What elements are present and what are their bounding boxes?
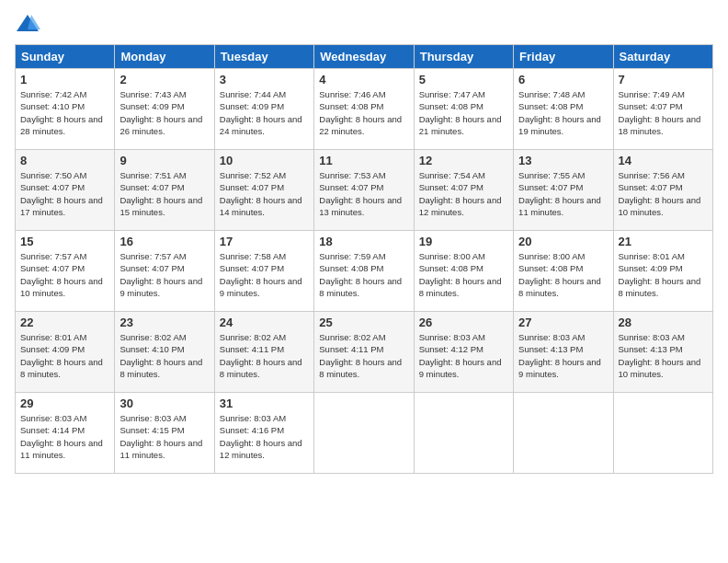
day-info: Sunrise: 7:47 AM Sunset: 4:08 PM Dayligh… <box>419 88 508 137</box>
sunset: Sunset: 4:07 PM <box>119 263 184 273</box>
day-info: Sunrise: 7:43 AM Sunset: 4:09 PM Dayligh… <box>119 88 209 137</box>
sunrise: Sunrise: 7:56 AM <box>619 170 685 180</box>
day-cell: 26 Sunrise: 8:03 AM Sunset: 4:12 PM Dayl… <box>414 312 513 393</box>
sunrise: Sunrise: 7:54 AM <box>419 170 485 180</box>
sunrise: Sunrise: 7:47 AM <box>419 89 485 99</box>
day-number: 12 <box>419 154 508 167</box>
sunrise: Sunrise: 8:01 AM <box>619 251 685 261</box>
sunrise: Sunrise: 7:53 AM <box>319 170 385 180</box>
sunset: Sunset: 4:07 PM <box>319 182 383 192</box>
sunrise: Sunrise: 7:43 AM <box>119 89 186 99</box>
sunrise: Sunrise: 8:03 AM <box>619 332 685 342</box>
week-row-4: 22 Sunrise: 8:01 AM Sunset: 4:09 PM Dayl… <box>16 312 713 393</box>
day-cell: 5 Sunrise: 7:47 AM Sunset: 4:08 PM Dayli… <box>414 69 513 150</box>
sunset: Sunset: 4:13 PM <box>619 344 683 354</box>
day-number: 4 <box>319 73 408 86</box>
day-cell: 9 Sunrise: 7:51 AM Sunset: 4:07 PM Dayli… <box>115 150 214 231</box>
day-cell: 10 Sunrise: 7:52 AM Sunset: 4:07 PM Dayl… <box>214 150 313 231</box>
day-cell: 24 Sunrise: 8:02 AM Sunset: 4:11 PM Dayl… <box>214 312 313 393</box>
day-cell: 15 Sunrise: 7:57 AM Sunset: 4:07 PM Dayl… <box>16 231 115 312</box>
sunrise: Sunrise: 7:46 AM <box>319 89 385 99</box>
sunset: Sunset: 4:07 PM <box>619 182 683 192</box>
sunset: Sunset: 4:11 PM <box>220 344 284 354</box>
day-number: 19 <box>419 235 508 248</box>
sunset: Sunset: 4:09 PM <box>20 344 85 354</box>
day-cell: 12 Sunrise: 7:54 AM Sunset: 4:07 PM Dayl… <box>414 150 513 231</box>
daylight: Daylight: 8 hours and 14 minutes. <box>220 195 302 217</box>
sunrise: Sunrise: 7:52 AM <box>220 170 286 180</box>
sunrise: Sunrise: 7:59 AM <box>319 251 385 261</box>
daylight: Daylight: 8 hours and 17 minutes. <box>20 195 103 217</box>
sunrise: Sunrise: 8:03 AM <box>119 413 186 423</box>
day-number: 27 <box>518 316 608 329</box>
daylight: Daylight: 8 hours and 9 minutes. <box>419 357 502 379</box>
day-info: Sunrise: 8:00 AM Sunset: 4:08 PM Dayligh… <box>419 250 508 299</box>
daylight: Daylight: 8 hours and 10 minutes. <box>619 195 701 217</box>
day-info: Sunrise: 7:54 AM Sunset: 4:07 PM Dayligh… <box>419 169 508 218</box>
sunset: Sunset: 4:10 PM <box>20 101 85 111</box>
daylight: Daylight: 8 hours and 10 minutes. <box>619 357 701 379</box>
day-info: Sunrise: 8:01 AM Sunset: 4:09 PM Dayligh… <box>20 331 109 380</box>
sunrise: Sunrise: 7:49 AM <box>619 89 685 99</box>
sunrise: Sunrise: 8:00 AM <box>419 251 485 261</box>
daylight: Daylight: 8 hours and 12 minutes. <box>220 438 302 460</box>
sunset: Sunset: 4:07 PM <box>518 182 583 192</box>
daylight: Daylight: 8 hours and 28 minutes. <box>20 114 103 136</box>
sunrise: Sunrise: 8:03 AM <box>518 332 585 342</box>
day-info: Sunrise: 8:01 AM Sunset: 4:09 PM Dayligh… <box>619 250 708 299</box>
day-cell: 14 Sunrise: 7:56 AM Sunset: 4:07 PM Dayl… <box>613 150 712 231</box>
day-info: Sunrise: 7:49 AM Sunset: 4:07 PM Dayligh… <box>619 88 708 137</box>
daylight: Daylight: 8 hours and 8 minutes. <box>319 357 402 379</box>
sunrise: Sunrise: 7:48 AM <box>518 89 585 99</box>
sunrise: Sunrise: 8:02 AM <box>220 332 286 342</box>
day-cell <box>414 393 513 474</box>
day-cell: 28 Sunrise: 8:03 AM Sunset: 4:13 PM Dayl… <box>613 312 712 393</box>
day-number: 20 <box>518 235 608 248</box>
day-number: 10 <box>220 154 309 167</box>
day-info: Sunrise: 7:52 AM Sunset: 4:07 PM Dayligh… <box>220 169 309 218</box>
day-info: Sunrise: 7:56 AM Sunset: 4:07 PM Dayligh… <box>619 169 708 218</box>
day-number: 24 <box>220 316 309 329</box>
sunset: Sunset: 4:07 PM <box>619 101 683 111</box>
sunset: Sunset: 4:09 PM <box>119 101 184 111</box>
day-cell: 6 Sunrise: 7:48 AM Sunset: 4:08 PM Dayli… <box>514 69 613 150</box>
day-info: Sunrise: 8:03 AM Sunset: 4:14 PM Dayligh… <box>20 412 109 461</box>
day-number: 5 <box>419 73 508 86</box>
day-cell <box>613 393 712 474</box>
day-info: Sunrise: 8:03 AM Sunset: 4:15 PM Dayligh… <box>119 412 209 461</box>
sunrise: Sunrise: 7:42 AM <box>20 89 86 99</box>
day-info: Sunrise: 7:44 AM Sunset: 4:09 PM Dayligh… <box>220 88 309 137</box>
weekday-header-row: SundayMondayTuesdayWednesdayThursdayFrid… <box>16 45 713 69</box>
day-cell: 7 Sunrise: 7:49 AM Sunset: 4:07 PM Dayli… <box>613 69 712 150</box>
page: SundayMondayTuesdayWednesdayThursdayFrid… <box>0 0 728 563</box>
sunrise: Sunrise: 8:01 AM <box>20 332 86 342</box>
daylight: Daylight: 8 hours and 8 minutes. <box>220 357 302 379</box>
sunrise: Sunrise: 7:51 AM <box>119 170 186 180</box>
daylight: Daylight: 8 hours and 24 minutes. <box>220 114 302 136</box>
day-cell: 16 Sunrise: 7:57 AM Sunset: 4:07 PM Dayl… <box>115 231 214 312</box>
day-cell: 11 Sunrise: 7:53 AM Sunset: 4:07 PM Dayl… <box>314 150 414 231</box>
week-row-1: 1 Sunrise: 7:42 AM Sunset: 4:10 PM Dayli… <box>16 69 713 150</box>
day-number: 25 <box>319 316 408 329</box>
sunset: Sunset: 4:07 PM <box>119 182 184 192</box>
day-cell: 20 Sunrise: 8:00 AM Sunset: 4:08 PM Dayl… <box>514 231 613 312</box>
day-number: 16 <box>119 235 209 248</box>
sunset: Sunset: 4:08 PM <box>518 263 583 273</box>
sunset: Sunset: 4:07 PM <box>20 263 85 273</box>
weekday-header-thursday: Thursday <box>414 45 513 69</box>
daylight: Daylight: 8 hours and 22 minutes. <box>319 114 402 136</box>
day-number: 2 <box>119 73 209 86</box>
daylight: Daylight: 8 hours and 10 minutes. <box>20 276 103 298</box>
sunset: Sunset: 4:11 PM <box>319 344 383 354</box>
day-cell: 19 Sunrise: 8:00 AM Sunset: 4:08 PM Dayl… <box>414 231 513 312</box>
day-cell: 13 Sunrise: 7:55 AM Sunset: 4:07 PM Dayl… <box>514 150 613 231</box>
day-cell: 3 Sunrise: 7:44 AM Sunset: 4:09 PM Dayli… <box>214 69 313 150</box>
day-info: Sunrise: 7:57 AM Sunset: 4:07 PM Dayligh… <box>119 250 209 299</box>
day-cell <box>514 393 613 474</box>
day-number: 29 <box>20 396 109 410</box>
day-info: Sunrise: 8:03 AM Sunset: 4:13 PM Dayligh… <box>518 331 608 380</box>
day-cell: 4 Sunrise: 7:46 AM Sunset: 4:08 PM Dayli… <box>314 69 414 150</box>
day-info: Sunrise: 7:55 AM Sunset: 4:07 PM Dayligh… <box>518 169 608 218</box>
day-number: 28 <box>619 316 708 329</box>
sunset: Sunset: 4:14 PM <box>20 425 85 435</box>
